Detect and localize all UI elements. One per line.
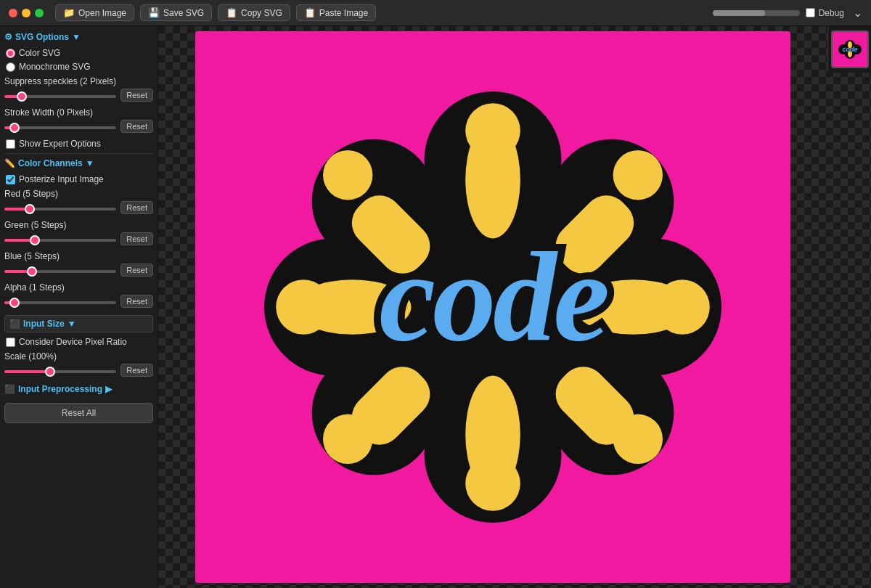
posterize-label[interactable]: Posterize Input Image [19, 174, 104, 184]
consider-dpr-label[interactable]: Consider Device Pixel Ratio [19, 337, 127, 347]
green-reset[interactable]: Reset [120, 232, 153, 245]
options-icon: ⚙ [4, 32, 12, 42]
preprocessing-icon: ⬛ [4, 384, 15, 394]
open-image-button[interactable]: 📁 Open Image [55, 4, 134, 21]
traffic-lights [9, 9, 44, 17]
open-image-label: Open Image [78, 8, 126, 18]
blue-slider-row: Reset [4, 264, 153, 277]
divider-1 [4, 153, 153, 154]
posterize-row: Posterize Input Image [4, 174, 153, 184]
blue-label: Blue (5 Steps) [4, 251, 153, 261]
thumbnail-1[interactable]: code [831, 30, 869, 68]
code-artwork: code [232, 53, 754, 561]
chevron-down-icon: ▼ [72, 32, 81, 42]
color-channels-label: Color Channels [18, 158, 83, 168]
save-svg-button[interactable]: 💾 Save SVG [140, 4, 212, 21]
minimize-button[interactable] [22, 9, 30, 17]
chevron-button[interactable]: ⌄ [853, 6, 862, 20]
svg-point-18 [323, 150, 372, 200]
paste-image-button[interactable]: 📋 Paste Image [296, 4, 376, 21]
color-channels-header[interactable]: ✏️ Color Channels ▼ [4, 158, 153, 168]
debug-control: Debug [806, 8, 844, 18]
scale-reset[interactable]: Reset [120, 364, 153, 377]
chevron-down-icon-3: ▼ [68, 319, 76, 329]
red-slider-wrap [4, 203, 116, 213]
stroke-width-reset[interactable]: Reset [120, 120, 153, 133]
titlebar: 📁 Open Image 💾 Save SVG 📋 Copy SVG 📋 Pas… [0, 0, 871, 26]
folder-icon: 📁 [63, 7, 75, 18]
stroke-width-slider-row: Reset [4, 120, 153, 133]
posterize-checkbox[interactable] [6, 175, 15, 184]
scale-slider-wrap [4, 365, 116, 375]
svg-point-20 [613, 150, 663, 200]
blue-slider-wrap [4, 265, 116, 275]
stroke-width-label: Stroke Width (0 Pixels) [4, 107, 153, 118]
suppress-speckles-reset[interactable]: Reset [120, 89, 153, 102]
svg-point-24 [613, 415, 663, 464]
input-preprocessing-label: Input Preprocessing [18, 384, 102, 394]
reset-all-button[interactable]: Reset All [4, 403, 153, 423]
green-slider[interactable] [4, 239, 116, 242]
svg-options-header[interactable]: ⚙ SVG Options ▼ [4, 32, 153, 42]
blue-reset[interactable]: Reset [120, 264, 153, 277]
suppress-speckles-slider-wrap [4, 90, 116, 100]
input-preprocessing-header[interactable]: ⬛ Input Preprocessing ▶ [4, 384, 153, 394]
red-reset[interactable]: Reset [120, 201, 153, 214]
consider-dpr-checkbox[interactable] [6, 338, 15, 347]
thumbnail-strip: code [827, 26, 871, 73]
green-slider-row: Reset [4, 232, 153, 245]
alpha-slider-wrap [4, 296, 116, 306]
red-label: Red (5 Steps) [4, 189, 153, 199]
close-button[interactable] [9, 9, 17, 17]
sidebar: ⚙ SVG Options ▼ Color SVG Monochrome SVG… [0, 26, 158, 588]
alpha-reset[interactable]: Reset [120, 295, 153, 308]
debug-checkbox[interactable] [806, 8, 815, 17]
progress-fill [713, 10, 765, 16]
maximize-button[interactable] [35, 9, 44, 17]
save-icon: 💾 [148, 7, 160, 18]
svg-options-label: SVG Options [15, 32, 69, 42]
color-svg-row: Color SVG [4, 48, 153, 58]
chevron-right-icon: ▶ [105, 384, 112, 394]
svg-point-22 [323, 415, 372, 464]
suppress-speckles-slider-row: Reset [4, 89, 153, 102]
svg-point-14 [276, 279, 331, 335]
debug-label: Debug [819, 8, 844, 18]
main-canvas: code [195, 31, 790, 583]
copy-svg-label: Copy SVG [241, 8, 282, 18]
svg-point-12 [465, 456, 520, 511]
monochrome-svg-radio[interactable] [6, 62, 15, 72]
green-slider-wrap [4, 234, 116, 244]
show-expert-label[interactable]: Show Expert Options [19, 139, 101, 149]
save-svg-label: Save SVG [163, 8, 204, 18]
red-slider[interactable] [4, 208, 116, 211]
blue-slider[interactable] [4, 270, 116, 273]
canvas-area: code [158, 26, 827, 588]
stroke-width-slider[interactable] [4, 126, 116, 129]
alpha-slider[interactable] [4, 301, 116, 304]
paste-icon: 📋 [304, 7, 316, 18]
green-label: Green (5 Steps) [4, 220, 153, 230]
color-svg-radio[interactable] [6, 49, 15, 58]
show-expert-checkbox[interactable] [6, 139, 15, 149]
main-layout: ⚙ SVG Options ▼ Color SVG Monochrome SVG… [0, 26, 871, 588]
input-size-icon: ⬛ [9, 319, 20, 329]
monochrome-svg-label[interactable]: Monochrome SVG [19, 62, 91, 72]
stroke-width-slider-wrap [4, 121, 116, 131]
scale-label: Scale (100%) [4, 351, 153, 362]
copy-svg-button[interactable]: 📋 Copy SVG [218, 4, 290, 21]
chevron-down-icon-2: ▼ [86, 158, 94, 168]
color-svg-label[interactable]: Color SVG [19, 48, 60, 58]
copy-icon: 📋 [226, 7, 237, 18]
content-area: code code [158, 26, 871, 588]
monochrome-svg-row: Monochrome SVG [4, 62, 153, 72]
svg-text:code: code [842, 46, 857, 53]
paste-image-label: Paste Image [319, 8, 368, 18]
scale-slider[interactable] [4, 370, 116, 373]
suppress-speckles-slider[interactable] [4, 95, 116, 98]
show-expert-row: Show Expert Options [4, 139, 153, 149]
consider-dpr-row: Consider Device Pixel Ratio [4, 337, 153, 347]
red-slider-row: Reset [4, 201, 153, 214]
pencil-icon: ✏️ [4, 158, 15, 168]
input-size-header[interactable]: ⬛ Input Size ▼ [4, 315, 153, 332]
